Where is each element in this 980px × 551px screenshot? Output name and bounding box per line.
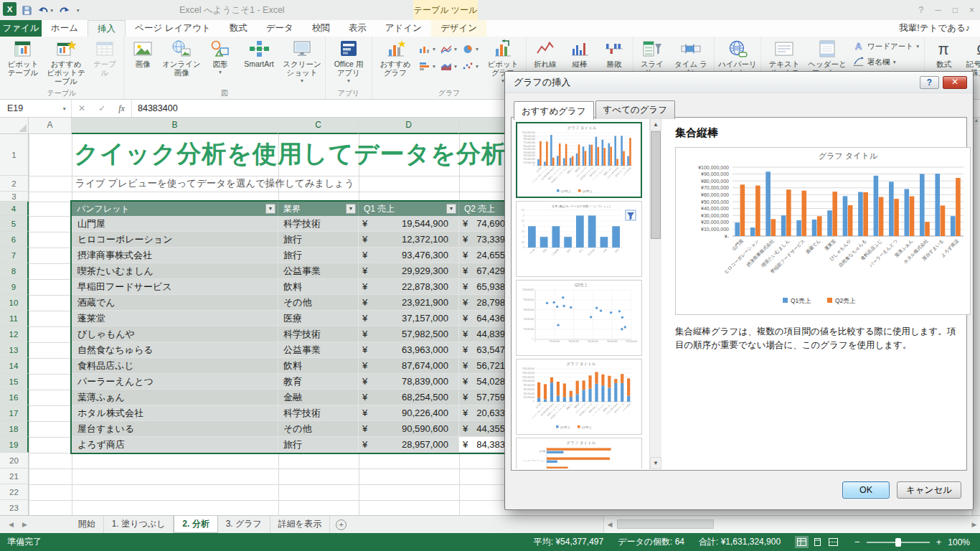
cell-q1[interactable]: ¥90,226,400 bbox=[359, 405, 459, 421]
insert-function-button[interactable]: fx bbox=[118, 103, 125, 114]
cell-name[interactable]: びしゃもんや bbox=[72, 326, 278, 342]
recommended-chart-thumbnail-1[interactable]: グラフ タイトル¥-¥10,000,000¥20,000,000¥30,000,… bbox=[516, 122, 642, 198]
table-column-header-2[interactable]: Q1 売上▼ bbox=[359, 202, 459, 216]
select-all-button[interactable] bbox=[0, 118, 29, 134]
dialog-close-button[interactable]: ✕ bbox=[943, 76, 967, 89]
cell-q1[interactable]: ¥28,957,000 bbox=[359, 437, 459, 453]
cell-industry[interactable]: 公益事業 bbox=[278, 263, 359, 279]
signature-line-button[interactable]: 署名欄▼ bbox=[849, 55, 923, 69]
cell-name[interactable]: 早稲田フードサービス bbox=[72, 279, 278, 295]
sheet-tab-2[interactable]: 2. 分析 bbox=[174, 516, 217, 533]
table-column-header-1[interactable]: 業界▼ bbox=[278, 202, 359, 216]
ribbon-tab-2[interactable]: ページ レイアウト bbox=[126, 20, 220, 37]
row-header-6[interactable]: 6 bbox=[0, 232, 29, 248]
screenshot-button[interactable]: スクリーン ショット▼ bbox=[281, 37, 324, 88]
cell-q1[interactable]: ¥22,878,300 bbox=[359, 279, 459, 295]
prev-sheet-icon[interactable]: ◀ bbox=[9, 521, 14, 528]
row-header-9[interactable]: 9 bbox=[0, 279, 29, 295]
row-header-5[interactable]: 5 bbox=[0, 216, 29, 232]
ribbon-tab-4[interactable]: データ bbox=[257, 20, 303, 37]
page-break-preview-icon[interactable] bbox=[826, 536, 840, 548]
row-header-22[interactable]: 22 bbox=[0, 484, 29, 500]
cell-industry[interactable]: 飲料 bbox=[278, 358, 359, 374]
name-box[interactable]: E19▼ bbox=[0, 100, 72, 117]
row-header-14[interactable]: 14 bbox=[0, 358, 29, 374]
user-name[interactable]: 我輩!テトである♪ bbox=[899, 20, 980, 37]
cell-industry[interactable]: 教育 bbox=[278, 374, 359, 390]
save-button[interactable] bbox=[22, 5, 32, 16]
row-header-11[interactable]: 11 bbox=[0, 311, 29, 326]
ok-button[interactable]: OK bbox=[842, 481, 890, 499]
row-header-10[interactable]: 10 bbox=[0, 295, 29, 311]
redo-button[interactable] bbox=[59, 6, 70, 15]
column-header-A[interactable]: A bbox=[29, 118, 72, 134]
cell-name[interactable]: 喫茶たいむましん bbox=[72, 263, 278, 279]
horizontal-scrollbar[interactable]: ◀ ▶ bbox=[603, 516, 980, 533]
tab-recommended-charts[interactable]: おすすめグラフ bbox=[514, 101, 594, 120]
scroll-down-icon[interactable]: ▼ bbox=[650, 457, 661, 469]
cell-industry[interactable]: その他 bbox=[278, 295, 359, 311]
cell-name[interactable]: 食料品店ふじ bbox=[72, 358, 278, 374]
page-layout-view-icon[interactable] bbox=[811, 536, 824, 548]
row-header-17[interactable]: 17 bbox=[0, 405, 29, 421]
sheet-tab-4[interactable]: 詳細を表示 bbox=[270, 516, 330, 533]
cell-industry[interactable]: 飲料 bbox=[278, 279, 359, 295]
cell-name[interactable]: 葉薄ふぁん bbox=[72, 390, 278, 405]
recommended-chart-thumbnail-3[interactable]: Q2売上¥-¥-¥20,000,000¥20,000,000¥40,000,00… bbox=[516, 280, 642, 356]
pie-chart-button[interactable]: ▼ bbox=[460, 40, 481, 57]
filter-dropdown-icon[interactable]: ▼ bbox=[446, 204, 456, 214]
cell-industry[interactable]: 旅行 bbox=[278, 437, 359, 453]
hscroll-thumb[interactable] bbox=[617, 519, 714, 529]
cell-name[interactable]: 酒蔵でん bbox=[72, 295, 278, 311]
file-tab[interactable]: ファイル bbox=[0, 20, 42, 37]
cell-name[interactable]: よろず商店 bbox=[72, 437, 278, 453]
row-header-4[interactable]: 4 bbox=[0, 202, 29, 216]
recommended-chart-thumbnail-2[interactable]: 業界 (集計元: データの個数 / パンフレット)00.511.522.533.… bbox=[516, 201, 642, 277]
row-header-21[interactable]: 21 bbox=[0, 468, 29, 484]
cell-industry[interactable]: 金融 bbox=[278, 390, 359, 405]
ribbon-tab-5[interactable]: 校閲 bbox=[303, 20, 339, 37]
bar-chart-button[interactable]: ▼ bbox=[417, 57, 438, 75]
cell-name[interactable]: 摂津商事株式会社 bbox=[72, 248, 278, 263]
cell-industry[interactable]: 科学技術 bbox=[278, 326, 359, 342]
zoom-slider[interactable] bbox=[867, 542, 930, 543]
zoom-level[interactable]: 100% bbox=[948, 537, 970, 547]
recommended-chart-thumbnail-4[interactable]: グラフ タイトル¥-¥20,000,000¥40,000,000¥60,000,… bbox=[516, 359, 642, 435]
shapes-button[interactable]: 図形▼ bbox=[203, 37, 237, 88]
cell-name[interactable]: パーラーえんとつ bbox=[72, 374, 278, 390]
cell-industry[interactable]: 公益事業 bbox=[278, 342, 359, 358]
ribbon-tab-6[interactable]: 表示 bbox=[339, 20, 376, 37]
sheet-tab-0[interactable]: 開始 bbox=[70, 516, 104, 533]
row-header-1[interactable]: 1 bbox=[0, 134, 29, 176]
close-icon[interactable]: × bbox=[969, 5, 974, 15]
customize-qat-button[interactable]: ▼ bbox=[75, 8, 80, 13]
cell-name[interactable]: 屋台すまいる bbox=[72, 421, 278, 437]
help-icon[interactable]: ? bbox=[919, 5, 924, 15]
dialog-scroll-thumb[interactable] bbox=[651, 131, 661, 239]
cell-name[interactable]: ホタル株式会社 bbox=[72, 405, 278, 421]
wordart-button[interactable]: Aワードアート▼ bbox=[849, 39, 923, 53]
cell-q1[interactable]: ¥87,674,000 bbox=[359, 358, 459, 374]
restore-icon[interactable]: □ bbox=[953, 5, 958, 15]
column-chart-button[interactable]: ▼ bbox=[417, 40, 438, 57]
cancel-button[interactable]: キャンセル bbox=[897, 481, 961, 499]
ribbon-tab-0[interactable]: ホーム bbox=[42, 20, 88, 37]
cell-industry[interactable]: 旅行 bbox=[278, 232, 359, 248]
row-header-15[interactable]: 15 bbox=[0, 374, 29, 390]
row-header-7[interactable]: 7 bbox=[0, 248, 29, 263]
ribbon-tab-7[interactable]: アドイン bbox=[376, 20, 431, 37]
sheet-tab-1[interactable]: 1. 塗りつぶし bbox=[104, 516, 174, 533]
ribbon-tab-3[interactable]: 数式 bbox=[220, 20, 257, 37]
recommended-charts-button[interactable]: おすすめ グラフ bbox=[374, 37, 417, 88]
cell-q1[interactable]: ¥57,982,500 bbox=[359, 326, 459, 342]
cell-industry[interactable]: 科学技術 bbox=[278, 216, 359, 232]
cell-industry[interactable]: 医療 bbox=[278, 311, 359, 326]
cell-q1[interactable]: ¥19,544,900 bbox=[359, 216, 459, 232]
scroll-right-icon[interactable]: ▶ bbox=[969, 521, 980, 528]
cell-name[interactable]: 山門屋 bbox=[72, 216, 278, 232]
cell-industry[interactable]: その他 bbox=[278, 421, 359, 437]
cell-q1[interactable]: ¥93,476,300 bbox=[359, 248, 459, 263]
cell-q1[interactable]: ¥68,254,500 bbox=[359, 390, 459, 405]
ribbon-tab-1[interactable]: 挿入 bbox=[88, 20, 126, 37]
cell-q1[interactable]: ¥37,157,000 bbox=[359, 311, 459, 326]
